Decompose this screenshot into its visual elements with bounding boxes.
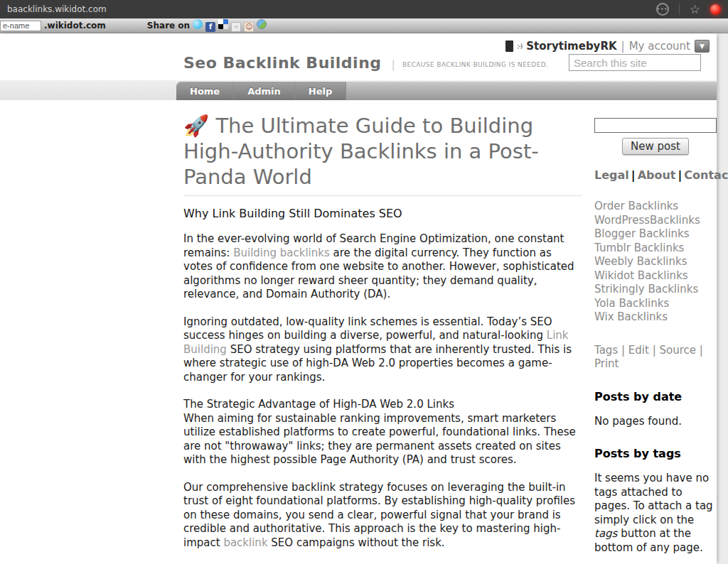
- nav-band: HomeAdminHelp: [0, 80, 717, 100]
- sidebar-link[interactable]: Yola Backlinks: [594, 297, 717, 311]
- twitter-icon[interactable]: [193, 19, 203, 29]
- meta-link-legal[interactable]: Legal: [594, 168, 629, 182]
- header-row: Seo Backlink Building | BECAUSE BACKLINK…: [0, 54, 717, 72]
- topbar-divider: [679, 4, 680, 15]
- share-label: Share on: [147, 21, 190, 31]
- account-row: ;-) StorytimebyRK | My account ▼: [0, 33, 717, 53]
- nav-tab-admin[interactable]: Admin: [234, 82, 295, 100]
- article-subtitle: Why Link Building Still Dominates SEO: [183, 207, 582, 220]
- account-separator: |: [621, 40, 625, 53]
- sidebar-link[interactable]: Strikingly Backlinks: [594, 283, 717, 297]
- search-input[interactable]: [569, 54, 701, 71]
- text-segment: SEO campaigns without the risk.: [268, 536, 445, 549]
- address-url[interactable]: baacklinks.wikidot.com: [7, 4, 107, 14]
- favorite-star-icon[interactable]: [690, 2, 700, 16]
- site-name-input[interactable]: [0, 21, 41, 31]
- navbar: HomeAdminHelp: [176, 82, 717, 100]
- facebook-icon[interactable]: [205, 22, 215, 32]
- site-header: ;-) StorytimebyRK | My account ▼ Seo Bac…: [0, 33, 717, 80]
- site-title[interactable]: Seo Backlink Building: [183, 54, 382, 72]
- username-link[interactable]: StorytimebyRK: [526, 40, 616, 53]
- text-segment: When aiming for sustainable ranking impr…: [183, 412, 576, 467]
- title-separator: |: [392, 58, 395, 71]
- article-paragraphs: In the ever-evolving world of Search Eng…: [183, 232, 582, 550]
- title-divider: [183, 195, 582, 196]
- nav-tab-home[interactable]: Home: [176, 82, 234, 100]
- sidebar-link[interactable]: Blogger Backlinks: [594, 227, 717, 242]
- tags-help-text: It seems you have no tags attached to pa…: [594, 472, 717, 555]
- share-icons: [190, 19, 267, 32]
- action-link-print[interactable]: Print: [594, 357, 619, 370]
- page-title-text: The Ultimate Guide to Building High-Auth…: [183, 114, 539, 189]
- search-wrap: [569, 54, 701, 71]
- pipe-separator: |: [678, 168, 682, 182]
- posts-by-date-empty: No pages found.: [594, 415, 717, 429]
- meta-link-contact[interactable]: Contact: [684, 168, 728, 182]
- meta-link-about[interactable]: About: [638, 168, 676, 182]
- site-tagline: BECAUSE BACKLINK BUILDING IS NEEDED.: [402, 61, 548, 68]
- sidebar-page-links: Order BacklinksWordPressBacklinksBlogger…: [594, 200, 717, 325]
- stumbleupon-icon[interactable]: [257, 19, 267, 29]
- article-paragraph: In the ever-evolving world of Search Eng…: [183, 232, 582, 302]
- pipe-separator: |: [631, 168, 636, 182]
- meta-links: Legal|About|Contact: [594, 168, 717, 183]
- text-segment: Ignoring outdated, low-quality link sche…: [183, 315, 552, 342]
- account-dropdown-button[interactable]: ▼: [695, 40, 710, 53]
- action-link-tags[interactable]: Tags: [594, 344, 618, 357]
- posts-by-date-heading: Posts by date: [594, 390, 717, 403]
- digg-icon[interactable]: [231, 22, 241, 32]
- text-segment: It seems you have no tags attached to pa…: [594, 472, 713, 526]
- sidebar-link[interactable]: Tumblr Backlinks: [594, 242, 717, 256]
- article-paragraph: Ignoring outdated, low-quality link sche…: [183, 315, 582, 385]
- article: 🚀 The Ultimate Guide to Building High-Au…: [183, 100, 582, 563]
- sidebar: New post Legal|About|Contact Order Backl…: [594, 100, 717, 563]
- nav-tab-help[interactable]: Help: [295, 82, 346, 100]
- sidebar-link[interactable]: Order Backlinks: [594, 200, 717, 214]
- article-paragraph: Our comprehensive backlink strategy focu…: [183, 481, 582, 551]
- page-title: 🚀 The Ultimate Guide to Building High-Au…: [183, 113, 582, 190]
- inline-link[interactable]: Building backlinks: [233, 246, 330, 259]
- site-title-wrap: Seo Backlink Building | BECAUSE BACKLINK…: [183, 54, 548, 72]
- text-segment: SEO strategy using platforms that are in…: [183, 343, 572, 384]
- browser-topbar: baacklinks.wikidot.com: [0, 0, 728, 18]
- content: 🚀 The Ultimate Guide to Building High-Au…: [0, 100, 717, 563]
- posts-by-tags-heading: Posts by tags: [594, 447, 717, 460]
- my-account-link[interactable]: My account: [629, 40, 690, 53]
- ellipsis-menu-icon[interactable]: [656, 3, 669, 16]
- italic-text: tags: [594, 527, 617, 540]
- record-indicator-icon[interactable]: [710, 4, 721, 15]
- user-avatar[interactable]: [505, 40, 513, 52]
- sidebar-link[interactable]: Weebly Backlinks: [594, 255, 717, 269]
- share-bar: .wikidot.com Share on: [0, 18, 728, 33]
- page-action-links: Tags | Edit | Source | Print: [594, 344, 717, 372]
- new-post-input[interactable]: [594, 118, 717, 133]
- delicious-icon[interactable]: [218, 19, 228, 29]
- site-page: ;-) StorytimebyRK | My account ▼ Seo Bac…: [0, 33, 717, 564]
- rocket-icon: 🚀: [183, 114, 209, 138]
- domain-suffix: .wikidot.com: [44, 21, 106, 31]
- sidebar-link[interactable]: WordPressBacklinks: [594, 214, 717, 228]
- sidebar-link[interactable]: Wix Backlinks: [594, 310, 717, 325]
- avatar-emoticon: ;-): [518, 43, 523, 50]
- sidebar-link[interactable]: Wikidot Backlinks: [594, 269, 717, 283]
- article-paragraph: The Strategic Advantage of High-DA Web 2…: [183, 398, 582, 467]
- text-segment: The Strategic Advantage of High-DA Web 2…: [183, 398, 454, 411]
- action-link-source[interactable]: Source: [659, 344, 696, 357]
- new-post-row: New post: [594, 138, 717, 155]
- inline-link[interactable]: backlink: [223, 536, 267, 549]
- action-link-edit[interactable]: Edit: [628, 344, 649, 357]
- reddit-icon[interactable]: [244, 22, 254, 32]
- new-post-button[interactable]: New post: [622, 138, 689, 155]
